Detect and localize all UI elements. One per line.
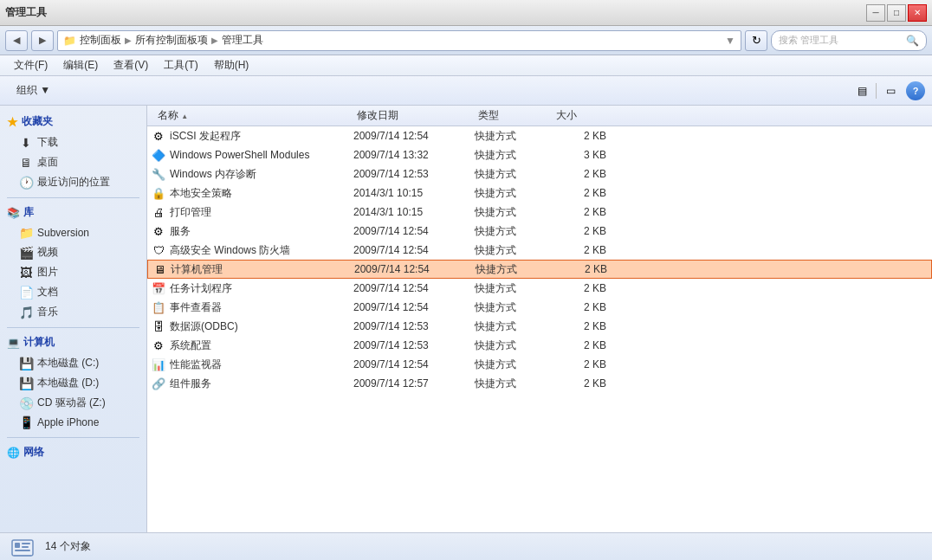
window-controls: ─ □ ✕	[866, 4, 927, 22]
sidebar-item-pictures[interactable]: 🖼 图片	[0, 262, 146, 282]
sidebar-item-music[interactable]: 🎵 音乐	[0, 302, 146, 322]
file-name: 计算机管理	[171, 262, 354, 277]
file-type: 快捷方式	[475, 129, 553, 144]
table-row[interactable]: ⚙iSCSI 发起程序2009/7/14 12:54快捷方式2 KB	[147, 126, 932, 145]
sidebar-item-drive-d[interactable]: 💾 本地磁盘 (D:)	[0, 373, 146, 393]
table-row[interactable]: 🔒本地安全策略2014/3/1 10:15快捷方式2 KB	[147, 183, 932, 203]
breadcrumb-part-1[interactable]: 控制面板	[80, 33, 121, 48]
downloads-icon: ⬇	[19, 136, 33, 150]
file-icon: 🗄	[151, 319, 166, 334]
table-row[interactable]: 🔧Windows 内存诊断2009/7/14 12:53快捷方式2 KB	[147, 164, 932, 183]
sidebar-item-docs[interactable]: 📄 文档	[0, 282, 146, 302]
col-header-name[interactable]: 名称 ▲	[151, 108, 350, 123]
library-header[interactable]: 📚 库	[0, 202, 146, 223]
maximize-button[interactable]: □	[887, 4, 906, 22]
col-header-type[interactable]: 类型	[471, 108, 549, 123]
network-icon: 🌐	[7, 447, 20, 459]
file-icon: ⚙	[151, 223, 166, 239]
svg-rect-1	[15, 543, 20, 548]
close-button[interactable]: ✕	[908, 4, 927, 22]
file-type: 快捷方式	[475, 281, 553, 296]
menu-file[interactable]: 文件(F)	[7, 56, 55, 74]
address-bar: ◀ ▶ 📁 控制面板 ▶ 所有控制面板项 ▶ 管理工具 ▼ ↻ 搜索 管理工具 …	[0, 26, 932, 55]
menu-help[interactable]: 帮助(H)	[207, 56, 256, 74]
back-button[interactable]: ◀	[5, 30, 28, 51]
sidebar-item-drive-z[interactable]: 💿 CD 驱动器 (Z:)	[0, 393, 146, 413]
file-date: 2014/3/1 10:15	[353, 206, 475, 218]
organize-button[interactable]: 组织 ▼	[7, 80, 60, 102]
forward-button[interactable]: ▶	[31, 30, 54, 51]
table-row[interactable]: 🖥计算机管理2009/7/14 12:54快捷方式2 KB	[147, 260, 932, 279]
file-size: 2 KB	[553, 263, 614, 275]
file-date: 2009/7/14 12:53	[353, 168, 475, 180]
file-icon: 🖥	[152, 261, 167, 277]
column-header: 名称 ▲ 修改日期 类型 大小	[147, 106, 932, 126]
sidebar-item-recent-label: 最近访问的位置	[37, 175, 110, 190]
docs-icon: 📄	[19, 286, 33, 299]
menu-edit[interactable]: 编辑(E)	[56, 56, 105, 74]
table-row[interactable]: 🔗组件服务2009/7/14 12:57快捷方式2 KB	[147, 374, 932, 393]
sidebar-item-downloads[interactable]: ⬇ 下载	[0, 132, 146, 152]
sidebar-item-music-label: 音乐	[37, 305, 58, 319]
table-row[interactable]: 🗄数据源(ODBC)2009/7/14 12:53快捷方式2 KB	[147, 317, 932, 336]
file-size: 2 KB	[553, 130, 613, 142]
sidebar-item-recent[interactable]: 🕐 最近访问的位置	[0, 172, 146, 192]
music-icon: 🎵	[19, 306, 33, 319]
file-name: 服务	[170, 224, 353, 239]
file-type: 快捷方式	[475, 167, 553, 182]
file-size: 2 KB	[553, 187, 613, 199]
favorites-section: ★ 收藏夹 ⬇ 下载 🖥 桌面 🕐 最近访问的位置	[0, 111, 146, 192]
sort-arrow: ▲	[181, 113, 188, 120]
table-row[interactable]: ⚙系统配置2009/7/14 12:53快捷方式2 KB	[147, 336, 932, 355]
help-button[interactable]: ?	[906, 81, 925, 100]
breadcrumb-dropdown[interactable]: ▼	[725, 35, 735, 47]
breadcrumb[interactable]: 📁 控制面板 ▶ 所有控制面板项 ▶ 管理工具 ▼	[57, 30, 741, 51]
sidebar-item-drive-c[interactable]: 💾 本地磁盘 (C:)	[0, 353, 146, 373]
computer-header[interactable]: 💻 计算机	[0, 331, 146, 353]
title-bar: 管理工具 ─ □ ✕	[0, 0, 932, 26]
col-header-date[interactable]: 修改日期	[350, 108, 471, 123]
status-bar: 14 个对象	[0, 532, 932, 560]
subversion-icon: 📁	[19, 226, 33, 240]
file-icon: 📅	[151, 280, 166, 296]
sidebar-item-desktop-label: 桌面	[37, 155, 58, 170]
network-header[interactable]: 🌐 网络	[0, 441, 146, 463]
breadcrumb-part-3[interactable]: 管理工具	[222, 33, 263, 48]
file-icon: 🔒	[151, 185, 166, 201]
sidebar-item-desktop[interactable]: 🖥 桌面	[0, 152, 146, 172]
file-type: 快捷方式	[475, 319, 553, 334]
preview-pane-button[interactable]: ▭	[880, 80, 901, 101]
sidebar-item-video-label: 视频	[37, 245, 58, 260]
sidebar-item-iphone[interactable]: 📱 Apple iPhone	[0, 413, 146, 432]
drive-z-icon: 💿	[19, 396, 33, 410]
file-name: 打印管理	[170, 205, 353, 220]
menu-view[interactable]: 查看(V)	[107, 56, 155, 74]
search-bar[interactable]: 搜索 管理工具 🔍	[771, 30, 927, 51]
file-date: 2014/3/1 10:15	[353, 187, 475, 199]
sidebar-item-docs-label: 文档	[37, 285, 58, 299]
refresh-button[interactable]: ↻	[745, 30, 767, 51]
sidebar: ★ 收藏夹 ⬇ 下载 🖥 桌面 🕐 最近访问的位置 📚 库	[0, 106, 147, 532]
table-row[interactable]: 🔷Windows PowerShell Modules2009/7/14 13:…	[147, 145, 932, 164]
minimize-button[interactable]: ─	[866, 4, 885, 22]
file-date: 2009/7/14 12:54	[353, 358, 475, 370]
table-row[interactable]: 🛡高级安全 Windows 防火墙2009/7/14 12:54快捷方式2 KB	[147, 241, 932, 260]
video-icon: 🎬	[19, 246, 33, 260]
table-row[interactable]: 🖨打印管理2014/3/1 10:15快捷方式2 KB	[147, 203, 932, 222]
menu-bar: 文件(F) 编辑(E) 查看(V) 工具(T) 帮助(H)	[0, 55, 932, 76]
desktop-icon: 🖥	[19, 156, 33, 170]
table-row[interactable]: 📊性能监视器2009/7/14 12:54快捷方式2 KB	[147, 355, 932, 374]
file-size: 2 KB	[553, 225, 613, 237]
breadcrumb-part-2[interactable]: 所有控制面板项	[135, 33, 208, 48]
table-row[interactable]: 📋事件查看器2009/7/14 12:54快捷方式2 KB	[147, 298, 932, 317]
view-toggle-button[interactable]: ▤	[851, 80, 872, 101]
window-title: 管理工具	[5, 5, 47, 20]
file-date: 2009/7/14 13:32	[353, 149, 475, 161]
sidebar-item-video[interactable]: 🎬 视频	[0, 242, 146, 262]
col-header-size[interactable]: 大小	[549, 108, 610, 123]
menu-tools[interactable]: 工具(T)	[157, 56, 204, 74]
sidebar-item-subversion[interactable]: 📁 Subversion	[0, 223, 146, 242]
table-row[interactable]: 📅任务计划程序2009/7/14 12:54快捷方式2 KB	[147, 279, 932, 298]
favorites-header[interactable]: ★ 收藏夹	[0, 111, 146, 132]
table-row[interactable]: ⚙服务2009/7/14 12:54快捷方式2 KB	[147, 222, 932, 241]
